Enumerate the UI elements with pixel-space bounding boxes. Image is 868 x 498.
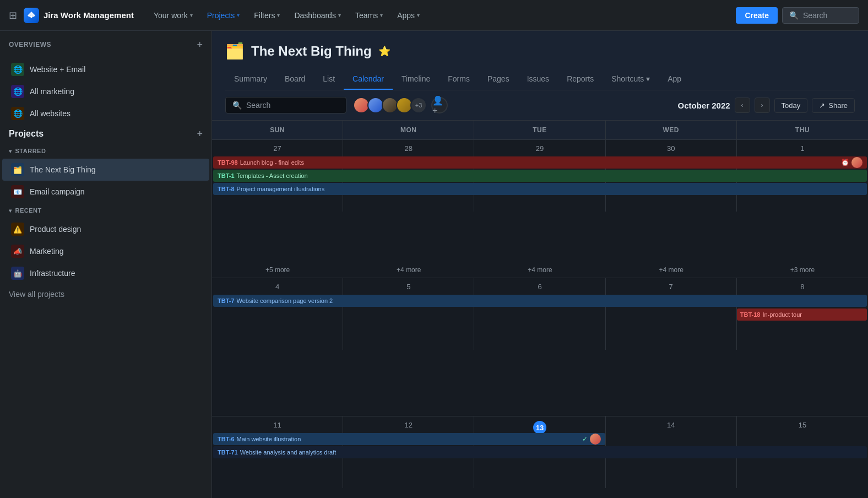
- sidebar-item-label: Website + Email: [30, 65, 85, 74]
- dashboards-nav[interactable]: Dashboards ▾: [287, 8, 348, 23]
- date-6: 6: [478, 283, 601, 291]
- tab-list[interactable]: List: [314, 69, 344, 90]
- filters-nav[interactable]: Filters ▾: [247, 8, 286, 23]
- view-all-projects-link[interactable]: View all projects: [0, 284, 211, 304]
- chevron-icon: ▾: [380, 12, 383, 18]
- date-12: 12: [346, 421, 470, 429]
- sidebar-item-website-email[interactable]: 🌐 Website + Email: [2, 58, 209, 80]
- grid-icon[interactable]: ⊞: [9, 9, 17, 21]
- event-id: TBT-6: [218, 436, 235, 442]
- calendar-week-3: 11 12 13 14 15 TBT-6 Main website ill: [212, 416, 868, 498]
- calendar-cell[interactable]: 5: [343, 278, 474, 350]
- sidebar-item-product-design[interactable]: ⚠️ Product design: [2, 218, 209, 240]
- nav-search[interactable]: 🔍 Search: [782, 7, 859, 24]
- date-28: 28: [346, 144, 470, 153]
- tab-app[interactable]: App: [659, 69, 690, 90]
- sidebar-item-label: All websites: [30, 109, 70, 118]
- add-project-button[interactable]: +: [197, 129, 203, 139]
- calendar-body: 27 28 29 30 1 TBT-98 Launch blog - final…: [212, 140, 868, 498]
- date-8: 8: [740, 283, 865, 291]
- create-button[interactable]: Create: [736, 7, 778, 24]
- tab-calendar[interactable]: Calendar: [344, 69, 393, 90]
- sidebar-item-all-websites[interactable]: 🌐 All websites: [2, 102, 209, 124]
- avatars-row: +3 👤+: [353, 97, 671, 113]
- calendar-cell[interactable]: 6: [474, 278, 605, 350]
- today-button[interactable]: Today: [774, 98, 808, 113]
- event-tbt-98[interactable]: TBT-98 Launch blog - final edits ⏰: [213, 156, 867, 169]
- event-tbt-1[interactable]: TBT-1 Templates - Asset creation: [213, 170, 867, 182]
- projects-title: Projects: [9, 129, 44, 139]
- event-tbt-6[interactable]: TBT-6 Main website illustration ✓: [213, 433, 605, 445]
- more-link-2[interactable]: +4 more: [343, 264, 474, 274]
- date-7: 7: [609, 283, 733, 291]
- next-month-button[interactable]: ›: [755, 98, 770, 113]
- tab-reports[interactable]: Reports: [558, 69, 603, 90]
- more-link-3[interactable]: +4 more: [474, 264, 605, 274]
- calendar-nav: October 2022 ‹ › Today ↗ Share: [678, 98, 855, 113]
- calendar-search[interactable]: 🔍 Search: [225, 97, 346, 113]
- sidebar-item-tnbt[interactable]: 🗂️ The Next Big Thing: [2, 159, 209, 181]
- overviews-title: Overviews: [9, 41, 51, 48]
- date-15: 15: [740, 421, 865, 429]
- your-work-nav[interactable]: Your work ▾: [147, 8, 199, 23]
- event-id: TBT-8: [218, 186, 235, 192]
- add-member-button[interactable]: 👤+: [431, 97, 448, 113]
- date-30: 30: [609, 144, 733, 153]
- teams-nav[interactable]: Teams ▾: [349, 8, 389, 23]
- tab-summary[interactable]: Summary: [225, 69, 276, 90]
- event-tbt-71[interactable]: TBT-71 Website analysis and analytics dr…: [213, 446, 867, 458]
- date-4: 4: [215, 283, 339, 291]
- product-design-icon: ⚠️: [11, 223, 24, 236]
- project-tabs: Summary Board List Calendar Timeline For…: [225, 69, 855, 90]
- apps-nav[interactable]: Apps ▾: [390, 8, 426, 23]
- event-tbt-8[interactable]: TBT-8 Project management illustrations: [213, 183, 867, 195]
- chevron-icon: ▾: [190, 12, 193, 18]
- event-title: Launch blog - final edits: [240, 159, 304, 166]
- week1-events: TBT-98 Launch blog - final edits ⏰ TBT-1…: [212, 155, 868, 196]
- starred-section-header[interactable]: ▾ STARRED: [0, 143, 211, 159]
- chevron-icon: ▾: [417, 12, 420, 18]
- chevron-down-icon: ▾: [9, 208, 12, 214]
- tab-issues[interactable]: Issues: [518, 69, 558, 90]
- tab-shortcuts[interactable]: Shortcuts ▾: [603, 69, 659, 90]
- date-27: 27: [215, 144, 339, 153]
- add-overview-button[interactable]: +: [197, 40, 203, 50]
- week1-more-links: +5 more +4 more +4 more +4 more +3 more: [212, 264, 868, 274]
- sidebar-item-infrastructure[interactable]: 🤖 Infrastructure: [2, 262, 209, 284]
- more-link-4[interactable]: +4 more: [606, 264, 737, 274]
- header-sun: SUN: [212, 121, 343, 139]
- event-id: TBT-18: [740, 311, 761, 318]
- recent-section-header[interactable]: ▾ RECENT: [0, 203, 211, 218]
- projects-nav[interactable]: Projects ▾: [200, 8, 247, 23]
- calendar-cell[interactable]: 4: [212, 278, 343, 350]
- calendar-cell[interactable]: 7: [606, 278, 737, 350]
- sidebar-item-marketing[interactable]: 📣 Marketing: [2, 240, 209, 262]
- calendar-month: October 2022: [678, 101, 730, 110]
- more-link-5[interactable]: +3 more: [737, 264, 868, 274]
- email-campaign-icon: 📧: [11, 185, 24, 198]
- event-tbt-7[interactable]: TBT-7 Website comparison page version 2: [213, 295, 867, 307]
- date-5: 5: [346, 283, 470, 291]
- tab-timeline[interactable]: Timeline: [393, 69, 439, 90]
- more-link-1[interactable]: +5 more: [212, 264, 343, 274]
- event-title: In-product tour: [762, 311, 802, 318]
- sidebar-item-label: Infrastructure: [30, 269, 75, 278]
- header-wed: WED: [606, 121, 737, 139]
- tab-board[interactable]: Board: [276, 69, 314, 90]
- app-logo[interactable]: Jira Work Management: [24, 8, 134, 23]
- prev-month-button[interactable]: ‹: [735, 98, 750, 113]
- all-websites-icon: 🌐: [11, 107, 24, 120]
- sidebar-item-all-marketing[interactable]: 🌐 All marketing: [2, 80, 209, 102]
- tab-forms[interactable]: Forms: [439, 69, 479, 90]
- header-thu: THU: [737, 121, 868, 139]
- star-icon[interactable]: ⭐: [378, 45, 390, 57]
- main-layout: Overviews + 🌐 Website + Email 🌐 All mark…: [0, 31, 868, 498]
- event-tbt-18[interactable]: TBT-18 In-product tour: [737, 308, 867, 321]
- all-marketing-icon: 🌐: [11, 85, 24, 98]
- infrastructure-icon: 🤖: [11, 267, 24, 280]
- sidebar-item-email-campaign[interactable]: 📧 Email campaign: [2, 181, 209, 203]
- share-button[interactable]: ↗ Share: [812, 98, 855, 113]
- avatar-more[interactable]: +3: [410, 97, 427, 113]
- tab-pages[interactable]: Pages: [479, 69, 518, 90]
- calendar-week-1: 27 28 29 30 1 TBT-98 Launch blog - final…: [212, 140, 868, 278]
